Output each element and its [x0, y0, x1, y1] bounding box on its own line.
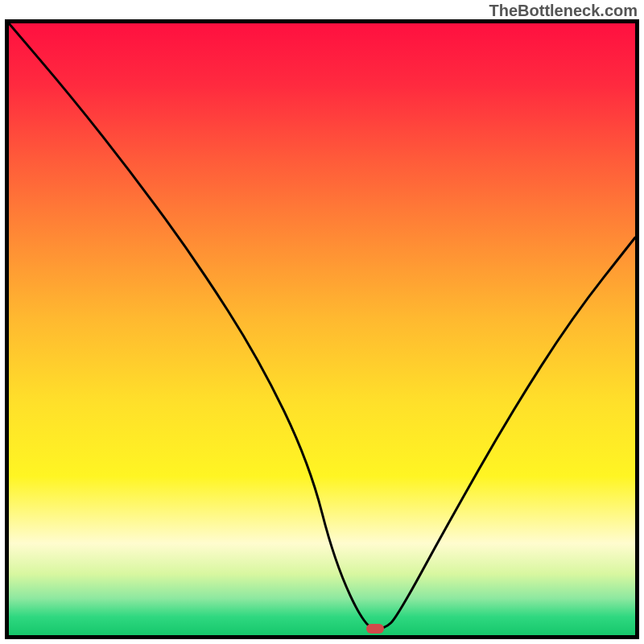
- plot-area: [5, 19, 639, 639]
- bottleneck-marker: [366, 624, 384, 634]
- chart-curve: [9, 23, 635, 635]
- attribution-text: TheBottleneck.com: [489, 2, 638, 20]
- chart-container: TheBottleneck.com: [0, 0, 644, 644]
- curve-path: [9, 23, 635, 629]
